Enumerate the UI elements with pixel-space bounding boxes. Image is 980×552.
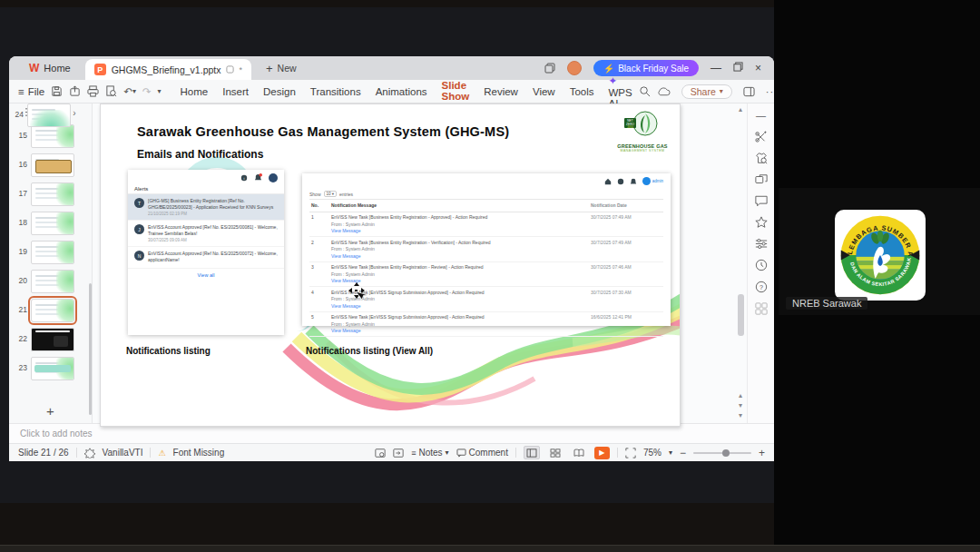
alert-initial-badge: N	[134, 251, 144, 261]
home-tab[interactable]: W Home	[15, 56, 85, 80]
undo-icon[interactable]: ↶▾	[123, 85, 136, 98]
thumbnail-scrollbar[interactable]	[89, 283, 92, 415]
slide-sorter-view-button[interactable]	[547, 446, 564, 459]
slide-thumbnail-preview[interactable]	[27, 122, 71, 127]
theme-icon[interactable]	[84, 448, 95, 458]
menu-item[interactable]: Review	[484, 84, 518, 99]
alerts-user-avatar	[269, 173, 278, 182]
theme-name[interactable]: VanillaVTI	[103, 448, 143, 458]
scroll-up-icon[interactable]: ▴	[739, 105, 742, 113]
history-clock-icon[interactable]	[755, 259, 768, 271]
slide-thumbnail-preview[interactable]	[31, 182, 74, 206]
slide-thumbnail[interactable]: 15	[13, 124, 92, 148]
slide-thumbnail[interactable]: 23	[13, 357, 92, 380]
collapse-panel-icon[interactable]: ›	[73, 108, 75, 118]
slide-thumbnail-preview[interactable]	[31, 124, 74, 148]
slide-thumbnail[interactable]: 20	[13, 270, 92, 293]
help-icon[interactable]: ?	[755, 281, 768, 293]
slide-thumbnail[interactable]: 16	[13, 153, 92, 177]
normal-view-button[interactable]	[524, 446, 540, 459]
ribbon-caret-icon[interactable]: ▾	[158, 87, 162, 95]
zoom-level[interactable]: 75%	[643, 448, 662, 458]
add-slide-button[interactable]: +	[9, 403, 92, 423]
menu-item[interactable]: Animations	[376, 84, 427, 99]
menu-item[interactable]: Insert	[222, 84, 249, 99]
panel-layout-icon[interactable]	[743, 86, 755, 97]
collapse-sidebar-icon[interactable]: —	[756, 110, 766, 121]
zoom-caret-icon[interactable]: ▾	[669, 448, 672, 457]
slide-thumbnail[interactable]: 21	[13, 299, 92, 322]
slide-thumbnail[interactable]: 24	[9, 122, 71, 127]
zoom-slider-handle[interactable]	[722, 449, 730, 457]
slide-thumbnail[interactable]: 18	[13, 212, 92, 235]
slide-number: 16	[13, 160, 27, 169]
slide-21[interactable]: Sarawak Greenhouse Gas Management System…	[100, 104, 681, 427]
search-icon[interactable]	[639, 85, 651, 97]
apps-grid-icon[interactable]	[755, 302, 768, 315]
redo-icon[interactable]: ↷	[142, 85, 152, 98]
cloud-sync-icon[interactable]	[657, 86, 671, 96]
slide-thumbnail-preview[interactable]	[31, 357, 74, 380]
alert-item: T [GHG-MS] Business Entity Registration …	[128, 194, 284, 221]
ai-beautify-icon[interactable]	[755, 130, 768, 143]
settings-sliders-icon[interactable]	[755, 238, 768, 250]
close-button[interactable]: ×	[755, 62, 761, 74]
zoom-out-button[interactable]: −	[680, 447, 686, 459]
scroll-down-icon[interactable]: ▾	[739, 411, 742, 419]
more-options-icon[interactable]: ···	[766, 86, 774, 97]
view-message-link: View Message	[331, 228, 587, 234]
undo-caret-icon[interactable]: ▾	[132, 87, 136, 95]
comment-button[interactable]: Comment	[456, 448, 508, 458]
row-number: 3	[309, 264, 331, 284]
menu-item[interactable]: Home	[181, 84, 209, 99]
slideshow-timer-icon[interactable]	[375, 448, 386, 458]
slide-thumbnail-preview[interactable]	[31, 212, 74, 235]
slide-number: 20	[13, 276, 27, 285]
bell-icon	[630, 178, 637, 185]
slideshow-play-button[interactable]: ▶	[594, 447, 610, 459]
row-from: From : System Admin	[331, 296, 587, 302]
slide-thumbnail[interactable]: 17	[13, 182, 92, 206]
menu-item[interactable]: Slide Show	[442, 78, 470, 105]
star-favorites-icon[interactable]	[755, 216, 768, 229]
share-label: Share	[691, 86, 716, 97]
print-icon[interactable]	[87, 85, 99, 97]
slide-thumbnail-preview[interactable]	[31, 270, 74, 293]
shape-library-icon[interactable]	[755, 173, 768, 186]
font-missing-label[interactable]: Font Missing	[173, 448, 225, 458]
reading-view-button[interactable]	[571, 446, 587, 459]
fit-slide-icon[interactable]	[625, 448, 636, 458]
slide-thumbnail[interactable]: 22	[13, 328, 92, 351]
minimize-button[interactable]: —	[710, 62, 721, 74]
svg-text:i: i	[244, 175, 245, 180]
slide-thumbnail[interactable]: 19	[13, 241, 92, 264]
scrollbar-thumb[interactable]	[738, 294, 744, 336]
export-icon[interactable]	[69, 85, 81, 97]
restore-button[interactable]	[733, 62, 743, 74]
presenter-view-icon[interactable]	[393, 448, 404, 458]
participant-tile[interactable]: LEMBAGA SUMBER ASLI DAN ALAM SEKITAR SAR…	[779, 188, 980, 315]
canvas-vertical-scrollbar[interactable]: ▴ ▴ ▾ ▾	[734, 104, 747, 423]
share-button[interactable]: Share ▾	[681, 84, 732, 99]
slide-thumbnail-preview[interactable]	[31, 299, 74, 322]
design-theme-icon[interactable]	[755, 152, 768, 164]
slide-number: 19	[13, 247, 27, 256]
file-menu[interactable]: ≡ File	[18, 86, 44, 97]
slide-thumbnail-preview[interactable]	[31, 241, 74, 264]
comment-panel-icon[interactable]	[755, 195, 768, 207]
zoom-slider[interactable]	[693, 452, 751, 454]
print-preview-icon[interactable]	[105, 85, 117, 97]
menu-item[interactable]: View	[533, 84, 555, 99]
participant-name-label: NREB Sarawak	[786, 297, 867, 310]
slide-thumbnail-preview[interactable]	[31, 328, 74, 351]
notes-toggle[interactable]: ≡ Notes ▾	[411, 448, 448, 458]
save-icon[interactable]	[51, 85, 63, 97]
row-from: From : System Admin	[331, 321, 587, 328]
menu-item[interactable]: Tools	[570, 84, 594, 99]
zoom-in-button[interactable]: +	[759, 447, 765, 459]
menu-item[interactable]: Design	[263, 84, 296, 99]
next-slide-icon[interactable]: ▾	[739, 401, 742, 409]
slide-thumbnail-preview[interactable]	[31, 153, 74, 177]
previous-slide-icon[interactable]: ▴	[739, 391, 742, 399]
menu-item[interactable]: Transitions	[310, 84, 361, 99]
